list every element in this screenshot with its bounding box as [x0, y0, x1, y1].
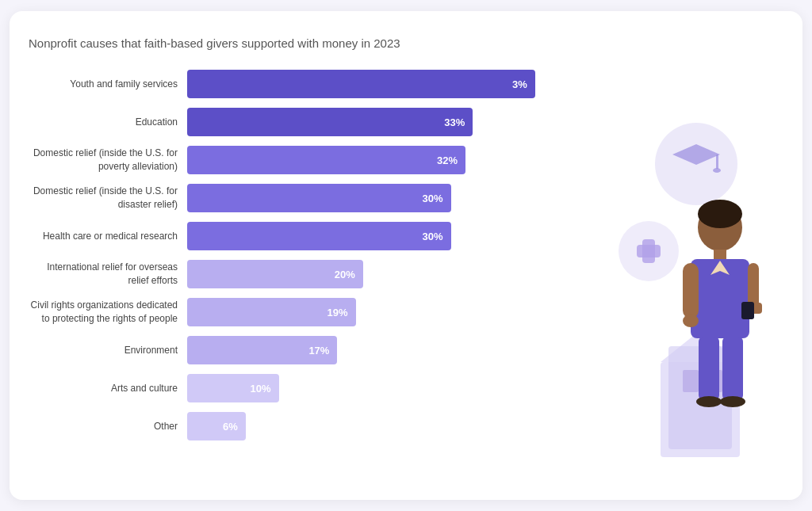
bar-label: Environment: [29, 344, 187, 357]
bar-value: 17%: [308, 345, 329, 357]
bars-section: Youth and family services3%Education33%D…: [29, 69, 553, 481]
bar-fill: 10%: [187, 374, 279, 402]
chart-area: Youth and family services3%Education33%D…: [29, 69, 783, 481]
bar-row: Environment17%: [29, 335, 553, 365]
bar-value: 6%: [223, 421, 238, 433]
bar-fill: 20%: [187, 260, 363, 288]
bar-fill: 3%: [187, 70, 535, 98]
svg-rect-14: [714, 250, 726, 261]
bar-label: Domestic relief (inside the U.S. for dis…: [29, 185, 187, 212]
svg-rect-2: [716, 154, 718, 169]
bar-track: 6%: [187, 412, 553, 440]
bar-row: Arts and culture10%: [29, 373, 553, 403]
bar-fill: 32%: [187, 146, 465, 174]
bar-value: 10%: [250, 383, 270, 395]
bar-value: 19%: [327, 307, 347, 318]
bar-track: 19%: [187, 298, 553, 326]
bar-fill: 30%: [187, 222, 451, 250]
bar-track: 33%: [187, 108, 553, 136]
bar-value: 20%: [335, 269, 355, 280]
bar-track: 20%: [187, 260, 553, 288]
svg-rect-6: [637, 245, 661, 257]
bar-fill: 30%: [187, 184, 451, 212]
bar-value: 32%: [437, 154, 458, 166]
bar-fill: 17%: [187, 336, 337, 364]
bar-label: Health care or medical research: [29, 230, 187, 243]
bar-row: Domestic relief (inside the U.S. for pov…: [29, 145, 553, 175]
bar-track: 32%: [187, 146, 553, 174]
illustration: [553, 69, 783, 481]
bar-label: Other: [29, 420, 187, 433]
bar-value: 3%: [512, 78, 527, 90]
bar-track: 30%: [187, 184, 553, 212]
bar-track: 30%: [187, 222, 553, 250]
bar-row: Civil rights organizations dedicated to …: [29, 297, 553, 327]
bar-fill: 33%: [187, 108, 473, 136]
bar-label: Civil rights organizations dedicated to …: [29, 299, 187, 326]
bar-row: Health care or medical research30%: [29, 221, 553, 251]
bar-track: 10%: [187, 374, 553, 402]
bar-row: International relief for overseas relief…: [29, 259, 553, 289]
bar-label: Youth and family services: [29, 78, 187, 91]
bar-track: 3%: [187, 70, 553, 98]
bar-value: 30%: [423, 231, 443, 242]
svg-rect-22: [699, 337, 719, 400]
chart-title: Nonprofit causes that faith-based givers…: [29, 36, 783, 50]
svg-point-25: [720, 396, 745, 407]
bar-value: 33%: [444, 116, 465, 128]
svg-point-24: [696, 396, 722, 407]
bar-track: 17%: [187, 336, 553, 364]
bar-row: Domestic relief (inside the U.S. for dis…: [29, 183, 553, 213]
svg-point-3: [713, 168, 721, 173]
bar-row: Education33%: [29, 107, 553, 137]
bar-value: 30%: [423, 193, 443, 204]
bar-label: International relief for overseas relief…: [29, 261, 187, 288]
bar-label: Education: [29, 116, 187, 129]
svg-rect-17: [683, 263, 699, 318]
svg-rect-23: [722, 337, 743, 400]
bar-row: Other6%: [29, 411, 553, 441]
chart-card: Nonprofit causes that faith-based givers…: [10, 11, 802, 500]
svg-rect-20: [741, 302, 754, 319]
svg-rect-9: [683, 370, 699, 392]
svg-point-21: [683, 315, 699, 327]
bar-row: Youth and family services3%: [29, 69, 553, 99]
bar-fill: 6%: [187, 412, 246, 440]
bar-fill: 19%: [187, 298, 356, 326]
svg-point-13: [698, 200, 742, 228]
bar-label: Arts and culture: [29, 382, 187, 395]
bar-label: Domestic relief (inside the U.S. for pov…: [29, 147, 187, 174]
